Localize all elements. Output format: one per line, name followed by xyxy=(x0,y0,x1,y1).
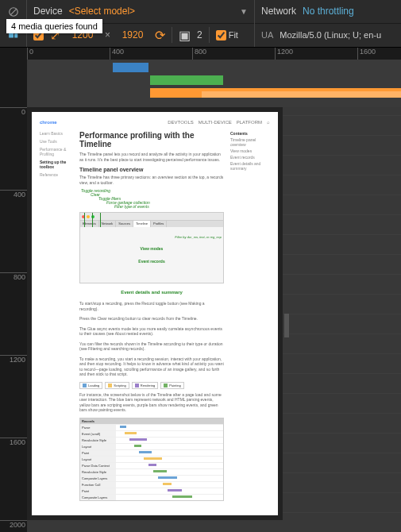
annotation: Event details and summary xyxy=(79,290,224,295)
toc-item[interactable]: Event records xyxy=(230,155,270,160)
page-body: Learn Basics Use Tools Performance & Pro… xyxy=(40,131,270,501)
page-bullet: The Glue async events mode lets you more… xyxy=(79,326,224,337)
table-row: Function Call xyxy=(80,481,223,488)
toc-item[interactable]: Timeline panel overview xyxy=(230,137,270,147)
table-row: Recalculate Style xyxy=(80,437,223,443)
ruler-tick: 0 xyxy=(0,107,27,116)
annotation: View modes xyxy=(141,246,164,251)
sidebar-item[interactable]: Performance & Profiling xyxy=(40,147,73,156)
page-intro: The Timeline panel lets you record and a… xyxy=(79,152,224,162)
sidebar-item[interactable]: Learn Basics xyxy=(40,131,73,136)
toc-title: Contents xyxy=(230,131,270,136)
mq-bar-maxwidth[interactable] xyxy=(113,63,148,72)
ua-value[interactable]: Mozilla/5.0 (Linux; U; en-u xyxy=(280,30,381,40)
page-toc: Contents Timeline panel overview View mo… xyxy=(230,131,270,501)
device-screen[interactable]: chrome DEVTOOLS MULTI-DEVICE PLATFORM ⌕ … xyxy=(32,112,278,515)
page-text: The Timeline has three primary sections:… xyxy=(79,175,224,185)
fit-checkbox[interactable]: Fit xyxy=(216,30,238,40)
ruler-tick: 1600 xyxy=(357,48,376,60)
media-query-bars xyxy=(27,60,401,107)
sidebar-item[interactable]: Setting up the toolbox xyxy=(40,160,73,169)
table-row: Paint xyxy=(80,449,223,456)
device-canvas: chrome DEVTOOLS MULTI-DEVICE PLATFORM ⌕ … xyxy=(27,107,401,532)
ruler-tick: 1200 xyxy=(0,355,27,364)
table-row: Layout xyxy=(80,443,223,449)
timeline-screenshot: ElementsNetworkSourcesTimelineProfiles F… xyxy=(79,212,224,283)
table-row: Parse Data Context xyxy=(80,462,223,468)
page-title: Performance profiling with the Timeline xyxy=(79,131,224,148)
ruler-tick: 1600 xyxy=(0,438,27,446)
legend-item: Painting xyxy=(160,382,183,389)
svg-line-1 xyxy=(10,9,16,15)
ruler-tick: 1200 xyxy=(275,48,293,60)
page-text: For instance, the screenshot below is of… xyxy=(79,392,224,413)
annotation: Filter by dur_ms, text, or reg_exp xyxy=(175,235,222,239)
table-row: Event (scroll) xyxy=(80,430,223,437)
search-icon[interactable]: ⌕ xyxy=(267,120,270,125)
table-header: Records xyxy=(80,418,223,424)
page-h2: Timeline panel overview xyxy=(79,167,224,172)
nav-item[interactable]: MULTI-DEVICE xyxy=(199,120,232,125)
toc-item[interactable]: View modes xyxy=(230,148,270,153)
legend-item: Scripting xyxy=(105,382,129,389)
table-row: Layout xyxy=(80,456,223,462)
screen-count: 2 xyxy=(197,29,202,40)
network-label: Network xyxy=(261,6,296,17)
ruler-horizontal: 0 400 800 1200 1600 xyxy=(27,48,401,60)
ruler-tick: 0 xyxy=(27,48,33,60)
page-bullet: Press the Clear recording button to clea… xyxy=(79,316,224,322)
legend-item: Loading xyxy=(79,382,102,389)
toolbar-network: Network No throttling UA Mozilla/5.0 (Li… xyxy=(254,0,401,47)
table-row: Parse xyxy=(80,424,223,430)
mq-bar-minmax[interactable] xyxy=(150,75,223,85)
sidebar-item[interactable]: Reference xyxy=(40,172,73,177)
ua-label: UA xyxy=(261,30,273,40)
timeline-table: Records ParseEvent (scroll)Recalculate S… xyxy=(79,418,224,501)
table-row: Composite Layers xyxy=(80,494,223,500)
ruler-vertical: 0 400 800 1200 1600 2000 xyxy=(0,48,27,532)
table-row: Composite Layers xyxy=(80,475,223,481)
reset-icon[interactable]: ⟳ xyxy=(155,28,165,43)
ruler-tick: 2000 xyxy=(0,520,27,529)
height-input[interactable] xyxy=(117,29,148,40)
page-nav: DEVTOOLS MULTI-DEVICE PLATFORM ⌕ xyxy=(168,120,270,125)
ruler-tick: 400 xyxy=(110,48,124,60)
device-frame: chrome DEVTOOLS MULTI-DEVICE PLATFORM ⌕ … xyxy=(27,107,283,520)
ruler-tick: 800 xyxy=(192,48,206,60)
media-queries-tooltip: 4 media queries found xyxy=(6,19,102,33)
annotation: Filter type of events xyxy=(114,204,149,209)
page-logo: chrome xyxy=(40,120,57,125)
device-select[interactable]: <Select model> xyxy=(69,6,135,17)
nav-item[interactable]: PLATFORM xyxy=(237,120,262,125)
table-row: Recalculate Style xyxy=(80,468,223,475)
legend-item: Rendering xyxy=(132,382,158,389)
nav-item[interactable]: DEVTOOLS xyxy=(168,120,194,125)
annotation: Event records xyxy=(138,259,164,264)
table-row: Paint xyxy=(80,488,223,494)
sidebar-item[interactable]: Use Tools xyxy=(40,139,73,144)
page-main: Performance profiling with the Timeline … xyxy=(79,131,224,501)
page-text: To make a recording, you start a recordi… xyxy=(79,357,224,377)
screen-icon[interactable]: ▣ xyxy=(179,28,191,43)
viewport-area: 0 400 800 1200 1600 2000 0 400 800 1200 … xyxy=(0,48,401,532)
network-select[interactable]: No throttling xyxy=(303,6,354,17)
dimension-x: × xyxy=(105,29,110,40)
page-bullet: You can filter the records shown in the … xyxy=(79,341,224,352)
svg-rect-3 xyxy=(14,34,17,38)
page-header: chrome DEVTOOLS MULTI-DEVICE PLATFORM ⌕ xyxy=(40,120,270,125)
resize-handle[interactable] xyxy=(284,314,289,337)
page-sidebar: Learn Basics Use Tools Performance & Pro… xyxy=(40,131,73,501)
ruler-tick: 400 xyxy=(0,190,27,199)
page-bullet: To start/stop a recording, press the Rec… xyxy=(79,301,224,311)
ruler-tick: 800 xyxy=(0,272,27,281)
toc-item[interactable]: Event details and summary xyxy=(230,161,270,171)
chevron-down-icon[interactable]: ▼ xyxy=(240,7,248,16)
mq-bar-minwidth[interactable] xyxy=(202,91,401,98)
device-label: Device xyxy=(33,6,63,17)
legend: Loading Scripting Rendering Painting xyxy=(79,382,224,389)
